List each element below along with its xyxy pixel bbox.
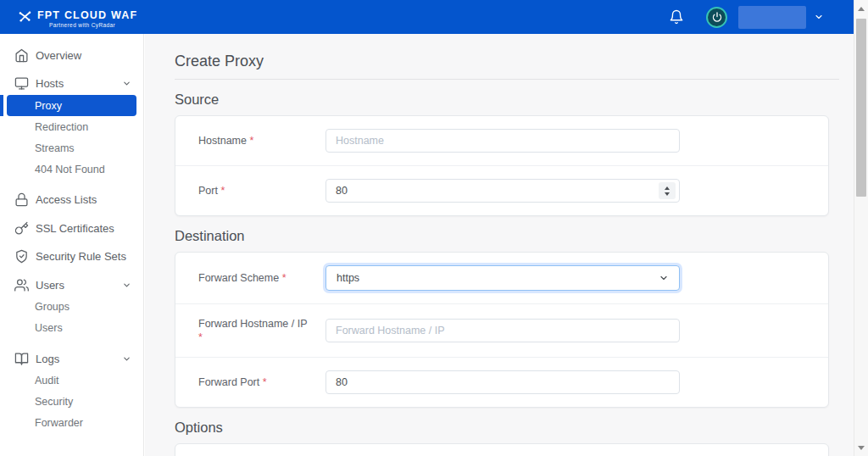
sidebar-item-users[interactable]: Users — [0, 274, 143, 297]
scrollbar-thumb[interactable] — [856, 19, 866, 197]
shield-check-icon — [14, 249, 29, 264]
source-card: Hostname * Port * — [175, 115, 829, 216]
sidebar-item-logs[interactable]: Logs — [0, 348, 143, 370]
forward-hostname-input[interactable] — [326, 319, 680, 342]
sidebar-item-ssl-certificates[interactable]: SSL Certificates — [0, 217, 143, 240]
sidebar-item-security[interactable]: Security — [0, 392, 143, 413]
sidebar-item-label: Access Lists — [36, 193, 97, 206]
form-row-forward-hostname: Forward Hostname / IP * — [175, 304, 828, 358]
users-icon — [14, 278, 29, 292]
required-marker: * — [282, 272, 287, 284]
form-row-forward-scheme: Forward Scheme * https — [175, 253, 828, 304]
required-marker: * — [249, 135, 253, 147]
brand: FPT CLOUD WAF Partnered with CyRadar — [17, 5, 137, 29]
logs-submenu: Audit Security Forwarder — [0, 370, 143, 434]
form-row-cache-assets: Cache assets — [175, 444, 828, 456]
sidebar-item-label: Users — [36, 279, 64, 292]
sidebar-item-audit[interactable]: Audit — [0, 370, 143, 392]
app-window: FPT CLOUD WAF Partnered with CyRadar — [0, 0, 868, 456]
hosts-submenu: Proxy Redirection Streams 404 Not Found — [0, 95, 143, 180]
section-heading-options: Options — [175, 419, 839, 436]
required-marker: * — [220, 185, 225, 197]
forward-scheme-label: Forward Scheme * — [198, 271, 326, 285]
form-row-hostname: Hostname * — [175, 116, 828, 166]
sidebar-item-hosts[interactable]: Hosts — [0, 72, 143, 95]
section-heading-source: Source — [175, 91, 839, 108]
sidebar-item-security-rule-sets[interactable]: Security Rule Sets — [0, 245, 143, 268]
brand-title: FPT CLOUD WAF — [37, 9, 137, 22]
sidebar-item-label: Hosts — [36, 77, 64, 90]
sidebar-item-users-sub[interactable]: Users — [0, 318, 143, 339]
destination-card: Forward Scheme * https Forward Hostname … — [175, 252, 829, 408]
forward-hostname-label: Forward Hostname / IP * — [198, 317, 326, 344]
options-card: Cache assets — [175, 443, 829, 456]
port-label: Port * — [198, 184, 326, 197]
book-icon — [14, 352, 29, 366]
sidebar-item-proxy[interactable]: Proxy — [7, 95, 136, 116]
sidebar-item-forwarder[interactable]: Forwarder — [0, 413, 143, 434]
user-menu[interactable] — [738, 6, 806, 29]
forward-port-label: Forward Port * — [198, 375, 326, 389]
user-menu-chevron-icon[interactable] — [814, 12, 824, 22]
logout-power-icon[interactable] — [706, 7, 727, 28]
top-header: FPT CLOUD WAF Partnered with CyRadar — [0, 0, 868, 34]
port-number-stepper[interactable] — [659, 182, 676, 199]
forward-port-input[interactable] — [326, 370, 680, 394]
sidebar-item-overview[interactable]: Overview — [0, 44, 143, 67]
stepper-up-icon[interactable] — [665, 186, 670, 190]
form-row-forward-port: Forward Port * — [175, 358, 828, 407]
active-indicator-bar — [0, 95, 3, 116]
hostname-label: Hostname * — [198, 134, 326, 147]
scrollbar-down-icon[interactable] — [854, 441, 868, 454]
sidebar-item-404-not-found[interactable]: 404 Not Found — [0, 158, 143, 180]
sidebar-item-access-lists[interactable]: Access Lists — [0, 188, 143, 211]
chevron-down-icon — [122, 79, 131, 88]
home-icon — [14, 48, 29, 63]
section-heading-destination: Destination — [175, 227, 839, 244]
sidebar-item-streams[interactable]: Streams — [0, 137, 143, 158]
sidebar-item-redirection[interactable]: Redirection — [0, 116, 143, 137]
notifications-bell-icon[interactable] — [669, 9, 684, 25]
forward-scheme-value: https — [337, 272, 359, 284]
port-input[interactable] — [326, 179, 680, 203]
page-title: Create Proxy — [175, 52, 839, 70]
sidebar-item-label: Logs — [36, 353, 59, 365]
chevron-down-icon — [659, 273, 669, 283]
required-marker: * — [263, 376, 267, 388]
monitor-icon — [14, 76, 29, 91]
stepper-down-icon[interactable] — [665, 192, 670, 196]
main-content: Create Proxy Source Hostname * Port * — [145, 34, 854, 456]
sidebar-item-label: Security Rule Sets — [36, 250, 126, 263]
sidebar: Overview Hosts Proxy Redirection Streams… — [0, 34, 144, 456]
sidebar-item-label: Overview — [36, 49, 81, 62]
chevron-down-icon — [122, 354, 131, 364]
forward-scheme-select[interactable]: https — [326, 265, 680, 291]
sidebar-item-label: SSL Certificates — [36, 222, 114, 235]
form-row-port: Port * — [175, 166, 828, 215]
chevron-down-icon — [122, 281, 131, 290]
hostname-input[interactable] — [326, 129, 680, 153]
key-icon — [14, 221, 29, 236]
lock-icon — [14, 192, 29, 207]
brand-subtitle: Partnered with CyRadar — [37, 22, 137, 29]
required-marker: * — [198, 331, 315, 344]
page-scrollbar[interactable] — [854, 0, 868, 456]
title-divider — [175, 79, 839, 80]
sidebar-item-groups[interactable]: Groups — [0, 297, 143, 318]
brand-logo-icon — [17, 8, 33, 25]
scrollbar-up-icon[interactable] — [854, 2, 868, 15]
users-submenu: Groups Users — [0, 297, 143, 339]
